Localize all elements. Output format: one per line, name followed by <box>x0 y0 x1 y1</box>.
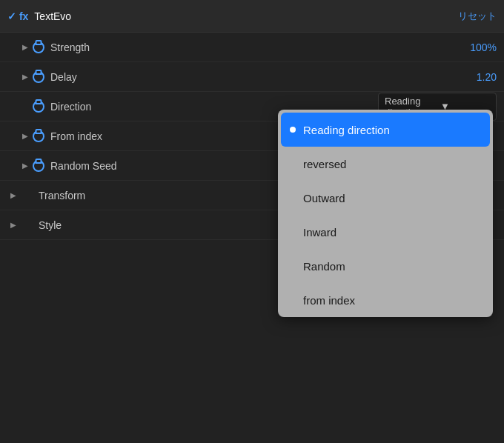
plugin-title: TextEvo <box>34 10 458 22</box>
direction-icon <box>31 99 46 114</box>
direction-dropdown-menu: Reading direction reversed Outward Inwar… <box>278 110 493 317</box>
delay-label: Delay <box>50 71 477 83</box>
selected-dot-icon <box>290 127 296 133</box>
delay-icon <box>31 70 46 84</box>
dropdown-item-reversed[interactable]: reversed <box>278 147 493 181</box>
dropdown-option-outward: Outward <box>303 192 345 204</box>
fx-indicator: ✓ fx <box>7 10 28 22</box>
reset-button[interactable]: リセット <box>458 10 497 23</box>
strength-value: 100% <box>470 41 497 53</box>
dropdown-option-from-index: from index <box>303 294 355 307</box>
random-seed-icon <box>31 159 46 173</box>
random-seed-expand[interactable]: ▶ <box>19 160 31 172</box>
from-index-expand[interactable]: ▶ <box>19 130 31 142</box>
header-row: ✓ fx TextEvo リセット <box>0 0 504 33</box>
delay-expand[interactable]: ▶ <box>19 71 31 83</box>
strength-row: ▶ Strength 100% <box>0 33 504 62</box>
strength-icon <box>31 40 46 55</box>
delay-value: 1.20 <box>477 71 497 83</box>
dropdown-option-inward: Inward <box>303 226 336 239</box>
dropdown-item-inward[interactable]: Inward <box>278 215 493 249</box>
style-expand[interactable]: ▶ <box>7 219 19 231</box>
dropdown-item-outward[interactable]: Outward <box>278 181 493 215</box>
transform-expand[interactable]: ▶ <box>7 190 19 201</box>
dropdown-item-reading-direction[interactable]: Reading direction <box>281 113 490 147</box>
dropdown-option-reading-direction: Reading direction <box>303 124 390 136</box>
dropdown-item-from-index[interactable]: from index <box>278 283 493 317</box>
dropdown-item-random[interactable]: Random <box>278 249 493 283</box>
main-panel: ✓ fx TextEvo リセット ▶ Strength 100% ▶ Dela… <box>0 0 504 443</box>
strength-expand[interactable]: ▶ <box>19 41 31 53</box>
strength-label: Strength <box>50 41 470 53</box>
from-index-icon <box>31 129 46 144</box>
dropdown-option-reversed: reversed <box>303 158 346 170</box>
dropdown-option-random: Random <box>303 260 345 273</box>
delay-row: ▶ Delay 1.20 <box>0 62 504 92</box>
